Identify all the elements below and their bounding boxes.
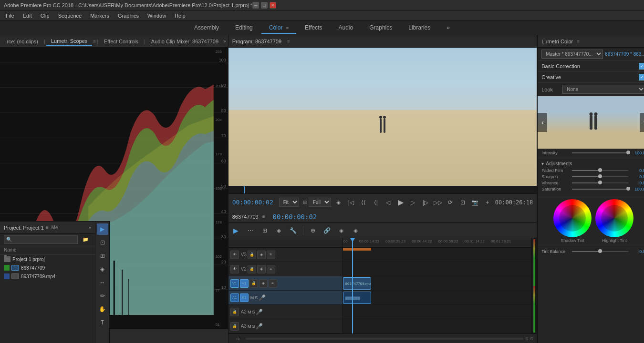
source-tab[interactable]: rce: (no clips) [2,38,43,45]
track-v3-lock[interactable]: 🔒 [248,251,256,259]
snap-button[interactable]: ⊕ [307,225,319,236]
project-item-video[interactable]: 863747709.mp4 [0,272,95,281]
menu-clip[interactable]: Clip [37,12,53,20]
track-select-button[interactable]: ⊞ [259,225,270,236]
faded-film-slider[interactable] [572,170,628,171]
maximize-button[interactable]: □ [261,2,268,9]
clip-select-label[interactable]: 863747709 * 863... [605,51,644,57]
menu-window[interactable]: Window [144,12,170,20]
vibrance-thumb[interactable] [598,181,602,184]
track-v3-toggle-output[interactable]: 👁 [230,251,239,259]
lumetri-scopes-menu-icon[interactable]: ≡ [93,39,96,44]
track-select-tool-button[interactable]: ⊞ [97,250,108,262]
vibrance-slider[interactable] [572,182,628,183]
step-fwd-frame-button[interactable]: ▷ [407,197,419,208]
razor-tool-button-2[interactable]: ◈ [97,263,108,275]
saturation-thumb[interactable] [626,187,630,191]
tab-assembly[interactable]: Assembly [187,22,227,34]
go-to-out-button[interactable]: |▷ [420,197,431,208]
track-v2-toggle-output[interactable]: 👁 [230,265,239,273]
menu-markers[interactable]: Markers [86,12,113,20]
step-back-frame-button[interactable]: ◁ [383,197,394,208]
menu-graphics[interactable]: Graphics [114,12,143,20]
minimize-button[interactable]: ─ [252,2,259,9]
track-a2-m[interactable]: M [248,310,251,314]
tab-libraries[interactable]: Libraries [401,22,438,34]
adjustments-collapse-icon[interactable]: ▾ [541,161,544,166]
creative-checkbox[interactable]: ✓ [639,74,644,81]
menu-sequence[interactable]: Sequence [54,12,86,20]
project-new-bin-button[interactable]: 📁 [80,234,91,245]
project-panel-menu-icon[interactable]: ≡ [46,225,49,230]
track-v1-collapse[interactable]: ◈ [259,279,268,288]
loop-button[interactable]: ⟳ [445,197,456,208]
shadow-tint-wheel[interactable] [553,199,592,237]
tab-more[interactable]: » [439,22,457,34]
linked-selection-button[interactable]: 🔗 [322,225,333,236]
track-v2-lock[interactable]: 🔒 [248,265,256,273]
panel-expand-icon[interactable]: » [223,39,226,44]
highlight-tint-wheel[interactable] [595,199,634,237]
timeline-timecode[interactable]: 00:00:00:02 [273,213,317,221]
menu-file[interactable]: File [2,12,18,20]
faded-film-thumb[interactable] [598,168,602,172]
project-panel-me-tab[interactable]: Me [52,225,58,230]
track-v1-source[interactable]: V1 [230,279,239,288]
quality-select[interactable]: Full [309,198,331,207]
tint-balance-slider[interactable] [572,251,628,252]
tab-color[interactable]: Color ≡ [261,22,296,34]
track-a1-m[interactable]: M [250,295,254,300]
preview-nav-right-button[interactable]: › [640,113,644,132]
project-panel-expand-icon[interactable]: » [88,225,91,230]
audio-clip-mixer-tab[interactable]: Audio Clip Mixer: 863747709 [146,38,223,45]
project-search-input[interactable] [4,235,78,244]
timeline-playhead[interactable] [352,238,353,333]
export-frame-button[interactable]: 📷 [469,197,481,208]
project-item-folder[interactable]: Project 1 prproj [0,255,95,263]
current-timecode[interactable]: 00:00:00:02 [232,199,273,206]
close-button[interactable]: ✕ [270,2,276,9]
slip-tool-button-2[interactable]: ↔ [97,277,108,288]
slip-tool-button[interactable]: 🔧 [288,225,299,236]
track-a1-mic[interactable]: 🎤 [259,294,266,301]
project-item-sequence[interactable]: 863747709 [0,263,95,272]
track-a1-target[interactable]: A1 [240,293,249,302]
track-a3-s[interactable]: S [252,324,255,329]
track-a2-lock[interactable]: 🔒 [230,308,239,316]
ripple-tool-button[interactable]: ⊡ [97,237,108,248]
monitor-timeline-bar[interactable] [229,186,537,193]
add-marker-button[interactable]: + [482,197,493,208]
intensity-thumb[interactable] [626,151,630,154]
track-v1-target[interactable]: V1 [240,279,249,288]
audio-clip-a1[interactable]: ▓▓▓▓▓▓ [343,292,371,304]
step-fwd-button[interactable]: ▷▷ [432,197,444,208]
tab-graphics[interactable]: Graphics [362,22,400,34]
razor-tool-button[interactable]: ◈ [273,225,285,236]
track-v1-lock[interactable]: 🔒 [249,279,258,288]
type-tool-button[interactable]: T [97,317,108,328]
step-back-button[interactable]: ⟨⟨ [358,197,369,208]
effect-controls-tab[interactable]: Effect Controls [99,38,143,45]
timeline-marker-button[interactable]: ◈ [350,225,362,236]
track-a3-mic[interactable]: 🎤 [256,323,263,330]
preview-nav-left-button[interactable]: ‹ [538,113,547,132]
track-a2-s[interactable]: S [252,310,255,314]
master-select[interactable]: Master * 863747770... [541,50,603,59]
hand-tool-button[interactable]: ✋ [97,303,108,315]
select-tool-button[interactable]: ▶ [97,223,108,235]
menu-edit[interactable]: Edit [19,12,36,20]
track-a1-s[interactable]: S [255,295,258,300]
fullscreen-icon[interactable]: ⊞ [303,200,307,205]
track-v3-collapse[interactable]: ◈ [257,251,266,259]
mark-in-button[interactable]: ◈ [333,197,344,208]
track-a3-m[interactable]: M [248,324,251,329]
safe-margins-button[interactable]: ⊡ [457,197,468,208]
basic-correction-checkbox[interactable]: ✓ [639,63,644,70]
lumetri-scopes-tab[interactable]: Lumetri Scopes [46,37,92,46]
tint-balance-thumb[interactable] [598,249,602,253]
sharpen-slider[interactable] [572,176,628,177]
tab-audio[interactable]: Audio [331,22,361,34]
ripple-edit-button[interactable]: ⋯ [245,225,256,236]
track-v2-eye[interactable]: ≡ [267,265,275,273]
track-v1-eye[interactable]: ≡ [269,279,277,288]
